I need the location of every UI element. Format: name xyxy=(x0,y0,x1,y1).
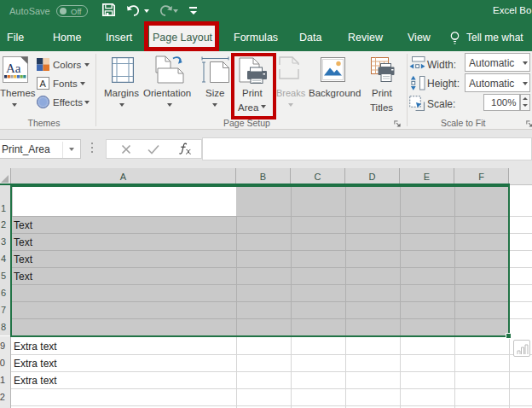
svg-text:Aa: Aa xyxy=(6,61,21,75)
svg-text:A: A xyxy=(40,79,47,89)
